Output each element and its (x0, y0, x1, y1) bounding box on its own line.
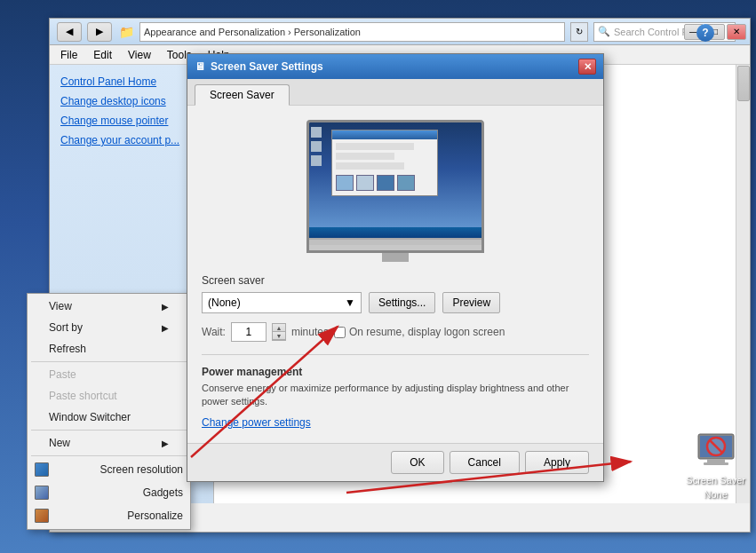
menu-edit[interactable]: Edit (86, 47, 119, 63)
ctx-refresh[interactable]: Refresh (28, 338, 190, 359)
desktop-icon-screen-saver[interactable]: Screen Saver None (686, 429, 745, 500)
help-button[interactable]: ? (696, 24, 714, 42)
ctx-screen-resolution-label: Screen resolution (100, 463, 183, 476)
dialog-close-button[interactable]: ✕ (578, 59, 596, 75)
change-power-settings-link[interactable]: Change power settings (202, 416, 311, 429)
wait-label: Wait: (202, 326, 226, 338)
wait-input[interactable] (231, 322, 267, 342)
svg-rect-3 (704, 462, 728, 465)
folder-icon: 📁 (119, 25, 134, 39)
separator-3 (31, 455, 187, 456)
mini-window-title (332, 130, 437, 139)
ctx-refresh-label: Refresh (49, 343, 86, 355)
separator-2 (31, 430, 187, 431)
dialog-icon: 🖥 (195, 60, 205, 73)
breadcrumb: Appearance and Personalization › Persona… (144, 27, 361, 37)
dialog-tabs: Screen Saver (187, 79, 603, 106)
ctx-new-label: New (49, 437, 70, 449)
desktop: ◀ ▶ 📁 Appearance and Personalization › P… (0, 0, 756, 553)
monitor-preview (306, 120, 484, 253)
svg-rect-2 (707, 459, 725, 462)
power-title: Power management (202, 366, 589, 378)
address-bar[interactable]: Appearance and Personalization › Persona… (139, 22, 565, 42)
dialog-title: Screen Saver Settings (211, 60, 323, 73)
forward-button[interactable]: ▶ (87, 22, 112, 42)
cancel-button[interactable]: Cancel (450, 451, 520, 474)
preview-button[interactable]: Preview (442, 292, 500, 313)
ctx-view-arrow: ▶ (162, 302, 169, 312)
section-label: Screen saver (202, 274, 589, 287)
spinner: ▲ ▼ (272, 323, 286, 341)
ctx-paste[interactable]: Paste (28, 364, 190, 385)
ctx-personalize-label: Personalize (127, 510, 183, 522)
ctx-window-switcher-label: Window Switcher (49, 411, 131, 423)
screen-saver-svg (695, 429, 737, 471)
tab-screen-saver[interactable]: Screen Saver (195, 84, 290, 106)
ctx-view-label: View (49, 300, 72, 312)
explorer-titlebar: ◀ ▶ 📁 Appearance and Personalization › P… (50, 19, 750, 45)
ctx-new[interactable]: New ▶ (28, 432, 190, 454)
back-button[interactable]: ◀ (57, 22, 82, 42)
context-menu: View ▶ Sort by ▶ Refresh Paste Paste sho… (27, 293, 191, 530)
screen-saver-icon-img (695, 429, 737, 471)
ctx-sort[interactable]: Sort by ▶ (28, 317, 190, 338)
screen-saver-dialog: 🖥 Screen Saver Settings ✕ Screen Saver (187, 53, 604, 482)
ctx-paste-shortcut-label: Paste shortcut (49, 390, 117, 402)
resume-checkbox[interactable] (334, 327, 346, 338)
menu-view[interactable]: View (121, 47, 158, 63)
ok-button[interactable]: OK (391, 451, 443, 474)
ctx-screen-resolution[interactable]: Screen resolution (28, 458, 190, 481)
ctx-paste-shortcut[interactable]: Paste shortcut (28, 385, 190, 407)
ctx-paste-label: Paste (49, 368, 76, 381)
ctx-gadgets-label: Gadgets (143, 486, 183, 499)
mini-window (331, 130, 438, 196)
screen-saver-row: (None) ▼ Settings... Preview (202, 292, 589, 313)
settings-button[interactable]: Settings... (369, 292, 435, 313)
power-section: Power management Conserve energy or maxi… (202, 354, 589, 429)
scrollbar-thumb[interactable] (737, 66, 750, 101)
ctx-sort-arrow: ▶ (162, 323, 169, 333)
wait-row: Wait: ▲ ▼ minutes On resume, display log… (202, 322, 589, 342)
minutes-label: minutes (291, 326, 329, 338)
ctx-view[interactable]: View ▶ (28, 296, 190, 317)
dropdown-arrow-icon: ▼ (345, 296, 355, 309)
dialog-titlebar: 🖥 Screen Saver Settings ✕ (187, 54, 603, 79)
saver-dropdown[interactable]: (None) ▼ (202, 292, 362, 313)
power-desc: Conserve energy or maximize performance … (202, 382, 589, 409)
spinner-down[interactable]: ▼ (273, 332, 285, 340)
resume-label: On resume, display logon screen (349, 326, 505, 338)
preview-container (202, 120, 589, 262)
personalize-icon (35, 509, 49, 523)
dialog-footer: OK Cancel Apply (187, 443, 603, 481)
titlebar-buttons: — □ ✕ (684, 24, 746, 40)
ctx-sort-label: Sort by (49, 321, 83, 334)
screen-resolution-icon (35, 462, 49, 477)
screen-saver-icon-sub: None (704, 489, 728, 500)
dialog-body: Screen saver (None) ▼ Settings... Previe… (187, 106, 603, 443)
close-button[interactable]: ✕ (727, 24, 746, 40)
apply-button[interactable]: Apply (525, 451, 589, 474)
spinner-up[interactable]: ▲ (273, 324, 285, 332)
search-icon: 🔍 (598, 26, 610, 37)
saver-dropdown-value: (None) (208, 296, 241, 309)
ctx-new-arrow: ▶ (162, 438, 169, 448)
gadgets-icon (35, 486, 49, 500)
checkbox-row: On resume, display logon screen (334, 326, 505, 338)
screen-saver-icon-name: Screen Saver (686, 475, 745, 486)
menu-file[interactable]: File (53, 47, 84, 63)
mini-desktop (309, 122, 481, 238)
ctx-personalize[interactable]: Personalize (28, 504, 190, 527)
ctx-gadgets[interactable]: Gadgets (28, 481, 190, 504)
mini-taskbar (309, 227, 481, 238)
refresh-icon[interactable]: ↻ (570, 22, 588, 42)
ctx-window-switcher[interactable]: Window Switcher (28, 407, 190, 428)
monitor-screen (309, 122, 481, 238)
separator-1 (31, 361, 187, 362)
